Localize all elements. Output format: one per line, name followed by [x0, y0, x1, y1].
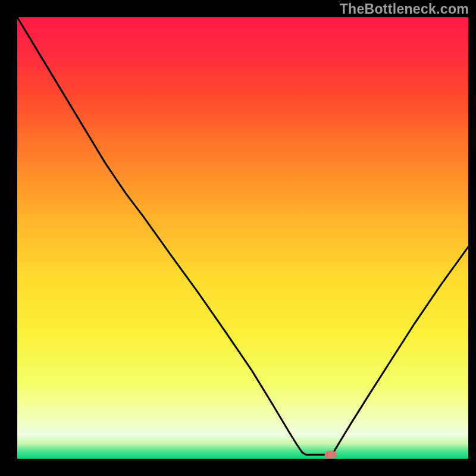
- chart-svg: [0, 0, 476, 476]
- chart-frame: TheBottleneck.com: [0, 0, 476, 476]
- plot-background: [17, 17, 468, 459]
- watermark: TheBottleneck.com: [340, 1, 469, 17]
- optimum-marker: [325, 451, 337, 459]
